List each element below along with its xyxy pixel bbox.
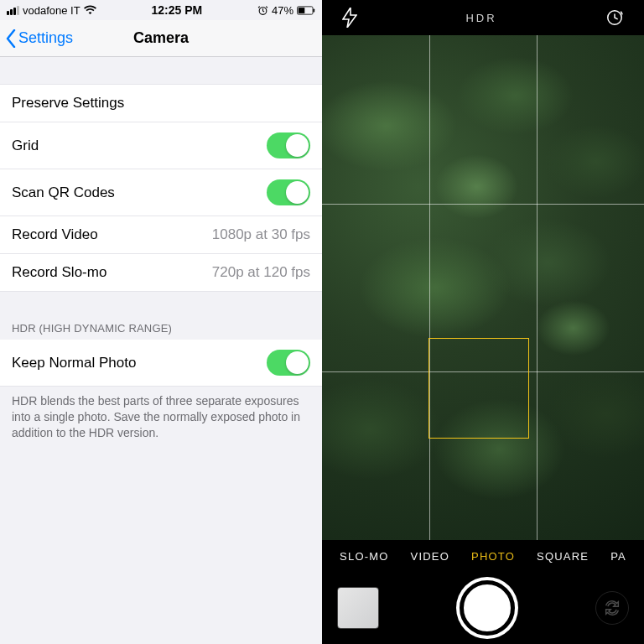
switch-camera-button[interactable] <box>595 591 629 625</box>
status-time: 12:25 PM <box>151 3 202 17</box>
camera-bottom-bar <box>322 572 644 644</box>
grid-toggle[interactable] <box>267 132 310 158</box>
row-record-video[interactable]: Record Video 1080p at 30 fps <box>0 216 322 254</box>
status-left: vodafone IT <box>7 4 96 17</box>
row-value: 1080p at 30 fps <box>212 226 310 243</box>
flash-icon <box>342 8 357 28</box>
battery-icon <box>297 6 315 15</box>
svg-rect-2 <box>299 8 305 13</box>
row-scan-qr[interactable]: Scan QR Codes <box>0 169 322 216</box>
status-bar: vodafone IT 12:25 PM 47% <box>0 0 322 20</box>
carrier-label: vodafone IT <box>23 4 80 17</box>
section-header: HDR (HIGH DYNAMIC RANGE) <box>0 317 322 340</box>
camera-top-bar: HDR <box>322 0 644 35</box>
row-label: Grid <box>12 138 39 154</box>
section-footer: HDR blends the best parts of three separ… <box>0 387 322 448</box>
camera-pane: HDR SLO-MO VIDEO PHOTO SQUARE PA <box>322 0 644 644</box>
alarm-icon <box>257 5 268 16</box>
back-button[interactable]: Settings <box>5 29 73 48</box>
keep-normal-toggle[interactable] <box>267 350 310 376</box>
shutter-button[interactable] <box>460 580 515 636</box>
row-preserve-settings[interactable]: Preserve Settings <box>0 84 322 122</box>
row-label: Record Slo-mo <box>12 264 106 281</box>
row-label: Keep Normal Photo <box>12 355 136 371</box>
mode-selector[interactable]: SLO-MO VIDEO PHOTO SQUARE PA <box>322 540 644 572</box>
switch-camera-icon <box>603 599 621 617</box>
viewfinder[interactable] <box>322 35 644 540</box>
flash-button[interactable] <box>342 8 357 28</box>
settings-pane: vodafone IT 12:25 PM 47% Settings Camera… <box>0 0 322 644</box>
settings-group-hdr: HDR (HIGH DYNAMIC RANGE) Keep Normal Pho… <box>0 317 322 448</box>
row-value: 720p at 120 fps <box>212 264 310 281</box>
mode-slomo[interactable]: SLO-MO <box>340 550 388 563</box>
row-label: Record Video <box>12 226 98 243</box>
row-keep-normal-photo[interactable]: Keep Normal Photo <box>0 340 322 387</box>
wifi-icon <box>84 5 96 15</box>
focus-indicator <box>428 338 529 439</box>
photo-thumbnail[interactable] <box>337 587 379 629</box>
chevron-left-icon <box>5 29 17 48</box>
row-grid[interactable]: Grid <box>0 122 322 169</box>
settings-group-1: Preserve Settings Grid Scan QR Codes Rec… <box>0 84 322 292</box>
status-right: 47% <box>257 4 315 17</box>
mode-video[interactable]: VIDEO <box>411 550 449 563</box>
mode-square[interactable]: SQUARE <box>537 550 589 563</box>
page-title: Camera <box>133 29 189 47</box>
signal-icon <box>7 6 19 15</box>
row-label: Scan QR Codes <box>12 184 115 201</box>
timer-icon <box>605 8 624 27</box>
hdr-button[interactable]: HDR <box>465 12 496 24</box>
qr-toggle[interactable] <box>267 179 310 205</box>
mode-pano[interactable]: PA <box>610 550 626 563</box>
back-label: Settings <box>18 29 73 47</box>
nav-bar: Settings Camera <box>0 20 322 57</box>
timer-button[interactable] <box>605 8 624 27</box>
row-label: Preserve Settings <box>12 95 124 112</box>
svg-rect-3 <box>313 8 314 12</box>
mode-photo[interactable]: PHOTO <box>471 550 515 563</box>
viewfinder-content <box>322 35 644 540</box>
row-record-slomo[interactable]: Record Slo-mo 720p at 120 fps <box>0 254 322 292</box>
battery-percent: 47% <box>272 4 293 17</box>
